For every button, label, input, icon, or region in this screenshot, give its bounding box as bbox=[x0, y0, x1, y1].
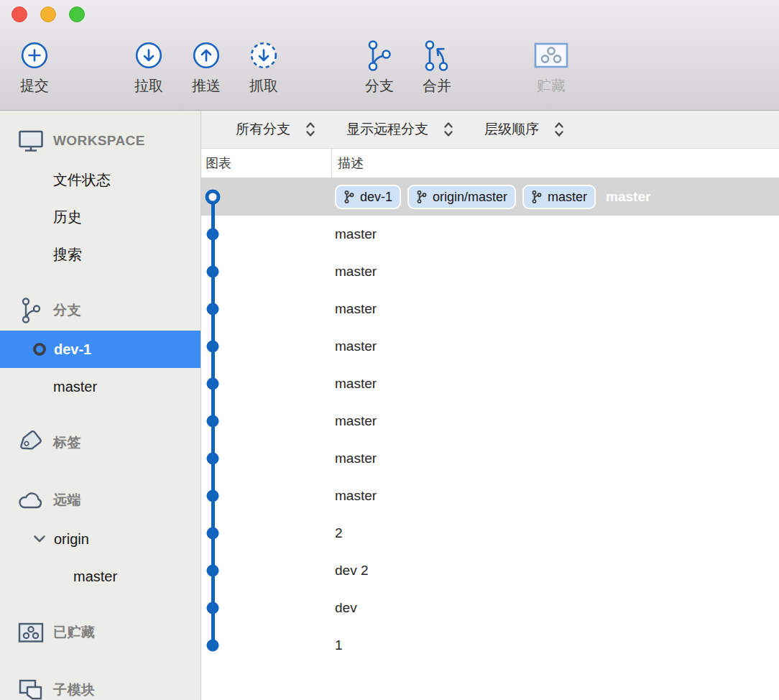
commit-node bbox=[207, 602, 219, 614]
commit-message: master bbox=[335, 451, 377, 466]
remote-filter-dropdown[interactable]: 显示远程分支 bbox=[346, 119, 454, 139]
commit-node bbox=[207, 229, 219, 241]
sidebar-section-workspace[interactable]: WORKSPACE bbox=[0, 121, 200, 161]
workspace-icon bbox=[17, 129, 45, 152]
commit-row[interactable]: dev bbox=[201, 589, 779, 627]
git-merge-icon bbox=[420, 37, 453, 73]
stash-button-label: 贮藏 bbox=[537, 76, 566, 96]
sidebar-item-file-status[interactable]: 文件状态 bbox=[0, 161, 200, 198]
commit-row[interactable]: master bbox=[201, 477, 779, 515]
sidebar-item-history[interactable]: 历史 bbox=[0, 198, 200, 236]
commit-row[interactable]: master bbox=[201, 216, 779, 253]
commit-node bbox=[206, 190, 221, 205]
branch-button-label: 分支 bbox=[365, 76, 394, 96]
commit-message: master bbox=[335, 339, 377, 354]
ring-icon bbox=[32, 341, 47, 357]
fetch-button[interactable]: 抓取 bbox=[224, 37, 303, 96]
traffic-lights bbox=[11, 6, 85, 22]
sidebar-item-label: 文件状态 bbox=[53, 170, 111, 190]
branch-filter-dropdown[interactable]: 所有分支 bbox=[236, 119, 316, 139]
sidebar-section-submodules[interactable]: 子模块 bbox=[0, 670, 200, 700]
fetch-button-label: 抓取 bbox=[249, 76, 278, 96]
sidebar: WORKSPACE文件状态历史搜索分支dev-1master标签远端origin… bbox=[0, 111, 201, 700]
commit-row[interactable]: master bbox=[201, 328, 779, 365]
table-header: 图表 描述 bbox=[201, 149, 779, 178]
branch-icon bbox=[531, 190, 543, 204]
commit-message: master bbox=[335, 413, 377, 429]
commit-row[interactable]: master bbox=[201, 440, 779, 477]
updown-chevrons-icon bbox=[553, 119, 565, 139]
sidebar-section-stashed[interactable]: 已贮藏 bbox=[0, 612, 200, 653]
order-filter-label: 层级顺序 bbox=[484, 120, 539, 139]
sidebar-item-origin[interactable]: origin bbox=[0, 520, 200, 558]
commit-message: master bbox=[335, 488, 377, 504]
commit-row[interactable]: 1 bbox=[201, 627, 779, 664]
sidebar-section-label: 标签 bbox=[53, 433, 81, 452]
sidebar-section-tags[interactable]: 标签 bbox=[0, 423, 200, 463]
branch-badge: master bbox=[522, 185, 596, 209]
stash-button: 贮藏 bbox=[512, 37, 591, 96]
commit-message: master bbox=[335, 301, 377, 317]
commit-row[interactable]: master bbox=[201, 365, 779, 402]
commit-message: master bbox=[335, 226, 377, 242]
branch-badge-label: origin/master bbox=[433, 190, 507, 205]
main-panel: 所有分支 显示远程分支 层级顺序 图表 描述 dev-1origin/maste… bbox=[201, 111, 779, 700]
merge-button[interactable]: 合并 bbox=[397, 37, 476, 96]
sidebar-section-label: 已贮藏 bbox=[53, 623, 95, 642]
order-filter-dropdown[interactable]: 层级顺序 bbox=[484, 119, 565, 139]
zoom-button[interactable] bbox=[69, 6, 85, 22]
sidebar-item-label: master bbox=[73, 568, 117, 585]
sidebar-item-search[interactable]: 搜索 bbox=[0, 236, 200, 273]
branch-badge: dev-1 bbox=[335, 185, 401, 209]
commit-message: master bbox=[335, 376, 377, 392]
branch-filter-label: 所有分支 bbox=[236, 120, 290, 139]
stash-box-icon bbox=[534, 37, 568, 73]
commit-node bbox=[207, 490, 219, 502]
plus-circle-icon bbox=[20, 37, 49, 73]
sidebar-item-label: dev-1 bbox=[54, 341, 91, 358]
branch-badge-label: master bbox=[548, 190, 587, 205]
commit-list: dev-1origin/mastermastermastermastermast… bbox=[201, 178, 779, 700]
branch-badge: origin/master bbox=[407, 185, 516, 209]
sidebar-item-master[interactable]: master bbox=[0, 368, 200, 405]
commit-row[interactable]: 2 bbox=[201, 515, 779, 552]
commit-node bbox=[207, 640, 219, 652]
sidebar-section-label: WORKSPACE bbox=[53, 133, 145, 149]
commit-row[interactable]: dev 2 bbox=[201, 552, 779, 589]
stash-icon bbox=[17, 622, 45, 643]
filter-bar: 所有分支 显示远程分支 层级顺序 bbox=[201, 111, 779, 149]
minimize-button[interactable] bbox=[40, 6, 56, 22]
commit-row[interactable]: master bbox=[201, 290, 779, 328]
sidebar-item-label: origin bbox=[54, 531, 89, 548]
sidebar-item-label: master bbox=[53, 379, 97, 395]
window-content: WORKSPACE文件状态历史搜索分支dev-1master标签远端origin… bbox=[0, 111, 779, 700]
commit-row[interactable]: master bbox=[201, 402, 779, 440]
sidebar-item-dev-1[interactable]: dev-1 bbox=[0, 331, 200, 368]
branch-icon bbox=[344, 190, 355, 204]
close-button[interactable] bbox=[11, 6, 27, 22]
chevron-down-icon[interactable] bbox=[32, 535, 47, 543]
commit-row[interactable]: dev-1origin/mastermastermaster bbox=[201, 178, 779, 216]
commit-node bbox=[207, 303, 219, 316]
cloud-icon bbox=[17, 491, 45, 510]
arrow-down-dashed-circle-icon bbox=[249, 37, 278, 73]
commit-button-label: 提交 bbox=[20, 76, 49, 96]
sidebar-section-branches[interactable]: 分支 bbox=[0, 290, 200, 331]
tag-icon bbox=[17, 430, 45, 455]
commit-node bbox=[207, 341, 219, 353]
sidebar-section-remotes[interactable]: 远端 bbox=[0, 480, 200, 520]
git-branch-icon bbox=[363, 37, 396, 73]
column-header-graph[interactable]: 图表 bbox=[201, 149, 332, 178]
commit-button[interactable]: 提交 bbox=[0, 37, 74, 96]
commit-node bbox=[207, 415, 219, 428]
column-header-description[interactable]: 描述 bbox=[332, 149, 779, 178]
sidebar-item-label: 历史 bbox=[53, 208, 82, 227]
sidebar-item-origin-master[interactable]: master bbox=[0, 558, 200, 595]
commit-row[interactable]: master bbox=[201, 253, 779, 290]
commit-node bbox=[207, 378, 219, 390]
commit-node bbox=[207, 266, 219, 278]
updown-chevrons-icon bbox=[443, 119, 454, 139]
pull-button-label: 拉取 bbox=[134, 76, 163, 96]
sidebar-item-label: 搜索 bbox=[53, 245, 82, 264]
commit-message: dev bbox=[335, 600, 357, 616]
